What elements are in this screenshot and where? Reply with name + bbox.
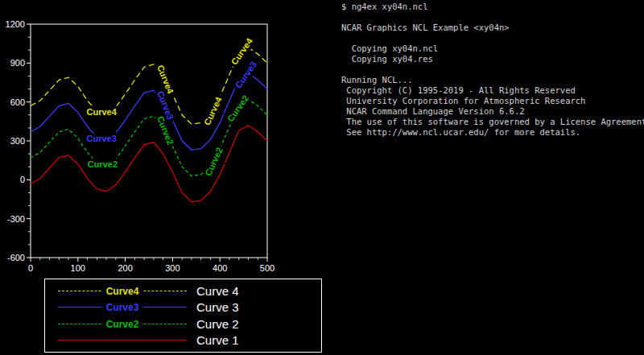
legend: Curve4 Curve 4 Curve3 Curve 3 Curve2 Cur… xyxy=(44,279,322,353)
legend-label-curve3: Curve 3 xyxy=(196,300,239,314)
curve-inline-label: Curve3 xyxy=(87,134,117,143)
legend-label-curve1: Curve 1 xyxy=(196,333,239,347)
legend-line-sample-curve1 xyxy=(58,340,187,341)
xy-plot-panel: 0100200300400500-600-30003006009001200Cu… xyxy=(0,0,338,355)
legend-row-curve3: Curve3 Curve 3 xyxy=(45,299,321,316)
y-tick-label: 900 xyxy=(10,58,25,68)
terminal-line: Copying xy04.res xyxy=(341,54,644,64)
x-tick-label: 300 xyxy=(165,263,180,273)
y-tick-label: 300 xyxy=(10,136,25,146)
x-tick-label: 100 xyxy=(71,263,85,273)
x-tick-label: 400 xyxy=(213,263,227,273)
legend-line-sample-curve3: Curve3 xyxy=(58,307,187,308)
x-tick-label: 500 xyxy=(260,263,275,273)
legend-inline-label-curve4: Curve4 xyxy=(102,286,143,297)
curve-inline-label: Curve2 xyxy=(225,93,250,123)
terminal-line: See http://www.ncl.ucar.edu/ for more de… xyxy=(341,127,644,138)
legend-label-curve4: Curve 4 xyxy=(196,284,239,298)
terminal-line: The use of this software is governed by … xyxy=(341,117,644,127)
legend-label-curve2: Curve 2 xyxy=(196,317,239,331)
terminal-line: Running NCL... xyxy=(341,75,644,85)
terminal-command-line: $ ng4ex xy04n.ncl xyxy=(341,2,644,12)
terminal-output[interactable]: $ ng4ex xy04n.ncl NCAR Graphics NCL Exam… xyxy=(341,2,644,353)
terminal-line: University Corporation for Atmospheric R… xyxy=(341,96,644,106)
legend-inline-label-curve2: Curve2 xyxy=(102,319,143,330)
terminal-line xyxy=(341,12,644,23)
curve-inline-label: Curve4 xyxy=(155,64,175,96)
terminal-line: NCAR Graphics NCL Example <xy04n> xyxy=(341,23,644,33)
legend-row-curve1: Curve 1 xyxy=(45,332,321,349)
curve-inline-label: Curve4 xyxy=(87,107,118,117)
x-tick-label: 0 xyxy=(28,263,33,273)
terminal-line: Copying xy04n.ncl xyxy=(341,43,644,54)
legend-row-curve2: Curve2 Curve 2 xyxy=(45,316,321,332)
terminal-line xyxy=(341,33,644,43)
legend-row-curve4: Curve4 Curve 4 xyxy=(45,283,321,299)
legend-inline-label-curve3: Curve3 xyxy=(102,302,143,313)
terminal-line: Copyright (C) 1995-2019 - All Rights Res… xyxy=(341,85,644,96)
y-tick-label: 1200 xyxy=(6,19,25,29)
y-tick-label: 0 xyxy=(20,175,25,184)
legend-line-sample-curve2: Curve2 xyxy=(58,324,187,324)
terminal-line: NCAR Command Language Version 6.6.2 xyxy=(341,106,644,117)
terminal-line xyxy=(341,64,644,75)
y-tick-label: -600 xyxy=(7,253,25,262)
curve-line-curve-1 xyxy=(31,126,267,202)
xy-plot: 0100200300400500-600-30003006009001200Cu… xyxy=(0,0,338,278)
y-tick-label: 600 xyxy=(10,97,25,107)
legend-line-sample-curve4: Curve4 xyxy=(58,291,187,291)
y-tick-label: -300 xyxy=(7,214,25,224)
x-tick-label: 200 xyxy=(118,263,132,273)
curve-inline-label: Curve2 xyxy=(88,159,118,169)
